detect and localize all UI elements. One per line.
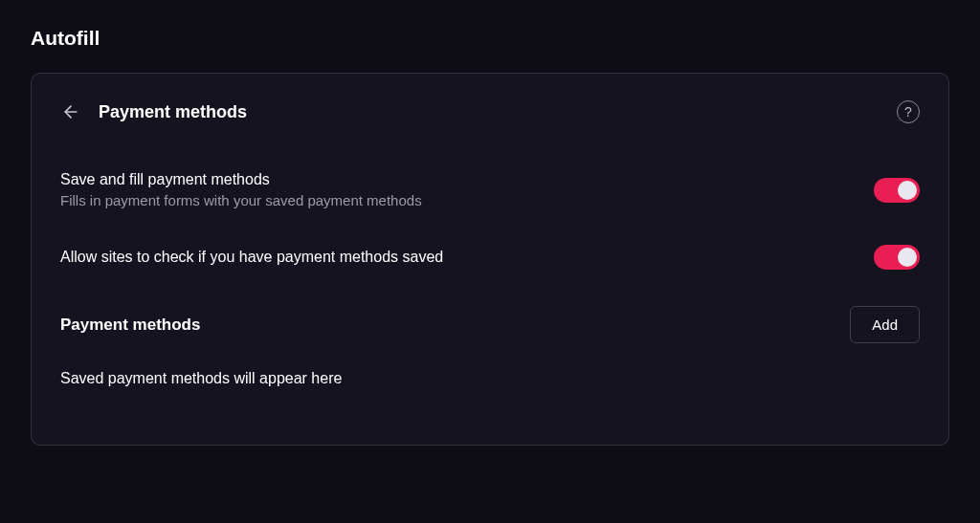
setting-title: Save and fill payment methods bbox=[60, 171, 422, 188]
payment-methods-section-header: Payment methods Add bbox=[60, 306, 920, 343]
page-title: Autofill bbox=[31, 27, 949, 50]
card-title: Payment methods bbox=[99, 102, 880, 122]
setting-title: Allow sites to check if you have payment… bbox=[60, 249, 443, 266]
toggle-save-fill[interactable] bbox=[874, 178, 920, 203]
help-icon[interactable]: ? bbox=[897, 100, 920, 123]
setting-save-fill: Save and fill payment methods Fills in p… bbox=[60, 171, 920, 208]
toggle-knob bbox=[898, 248, 917, 267]
setting-description: Fills in payment forms with your saved p… bbox=[60, 192, 422, 208]
toggle-knob bbox=[898, 181, 917, 200]
add-button[interactable]: Add bbox=[850, 306, 920, 343]
empty-state-text: Saved payment methods will appear here bbox=[60, 370, 920, 387]
setting-text: Save and fill payment methods Fills in p… bbox=[60, 171, 422, 208]
section-title: Payment methods bbox=[60, 316, 200, 335]
settings-card: Payment methods ? Save and fill payment … bbox=[31, 73, 949, 446]
setting-allow-check: Allow sites to check if you have payment… bbox=[60, 245, 920, 270]
card-header: Payment methods ? bbox=[60, 100, 920, 123]
back-arrow-icon[interactable] bbox=[60, 101, 81, 122]
setting-text: Allow sites to check if you have payment… bbox=[60, 249, 443, 266]
toggle-allow-check[interactable] bbox=[874, 245, 920, 270]
